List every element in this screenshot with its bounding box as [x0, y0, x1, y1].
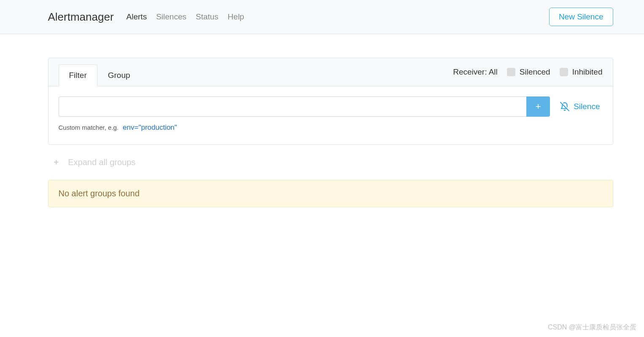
plus-icon: + — [54, 158, 59, 167]
nav-link-status[interactable]: Status — [196, 12, 218, 21]
tab-filter[interactable]: Filter — [59, 64, 97, 86]
expand-all-groups[interactable]: + Expand all groups — [48, 158, 613, 167]
filter-input[interactable] — [59, 96, 527, 117]
inhibited-label: Inhibited — [572, 67, 603, 77]
hint-prefix: Custom matcher, e.g. — [59, 124, 119, 131]
nav-link-silences[interactable]: Silences — [156, 12, 186, 21]
new-silence-button[interactable]: New Silence — [549, 8, 613, 26]
nav-container: Alertmanager Alerts Silences Status Help… — [19, 8, 626, 26]
receiver-label: Receiver: All — [453, 67, 498, 77]
silence-button[interactable]: Silence — [558, 96, 602, 117]
warning-message: No alert groups found — [48, 180, 613, 207]
add-filter-button[interactable]: + — [526, 96, 550, 117]
input-group: + — [59, 96, 550, 117]
silenced-toggle[interactable]: Silenced — [507, 67, 550, 77]
header-right: Receiver: All Silenced Inhibited — [453, 67, 602, 77]
tab-group[interactable]: Group — [97, 64, 141, 86]
nav-link-help[interactable]: Help — [228, 12, 244, 21]
card-header: Filter Group Receiver: All Silenced Inhi… — [49, 58, 613, 86]
main-container: Filter Group Receiver: All Silenced Inhi… — [19, 34, 626, 207]
bell-off-icon — [560, 102, 569, 111]
inhibited-toggle[interactable]: Inhibited — [560, 67, 603, 77]
hint-row: Custom matcher, e.g. env="production" — [59, 123, 603, 132]
filter-card: Filter Group Receiver: All Silenced Inhi… — [48, 58, 613, 145]
hint-example: env="production" — [123, 123, 177, 132]
inhibited-checkbox[interactable] — [560, 68, 568, 76]
navbar: Alertmanager Alerts Silences Status Help… — [0, 0, 644, 34]
brand-title: Alertmanager — [48, 11, 114, 24]
tabs: Filter Group — [59, 64, 141, 86]
silence-button-label: Silence — [574, 102, 600, 111]
silenced-checkbox[interactable] — [507, 68, 515, 76]
card-body: + Silence Custom matcher, e.g. env="prod… — [49, 86, 613, 144]
silenced-label: Silenced — [520, 67, 550, 77]
nav-links: Alerts Silences Status Help — [127, 12, 549, 21]
expand-label: Expand all groups — [68, 158, 135, 167]
nav-link-alerts[interactable]: Alerts — [127, 12, 147, 21]
svg-line-0 — [560, 102, 569, 111]
filter-row: + Silence — [59, 96, 603, 117]
